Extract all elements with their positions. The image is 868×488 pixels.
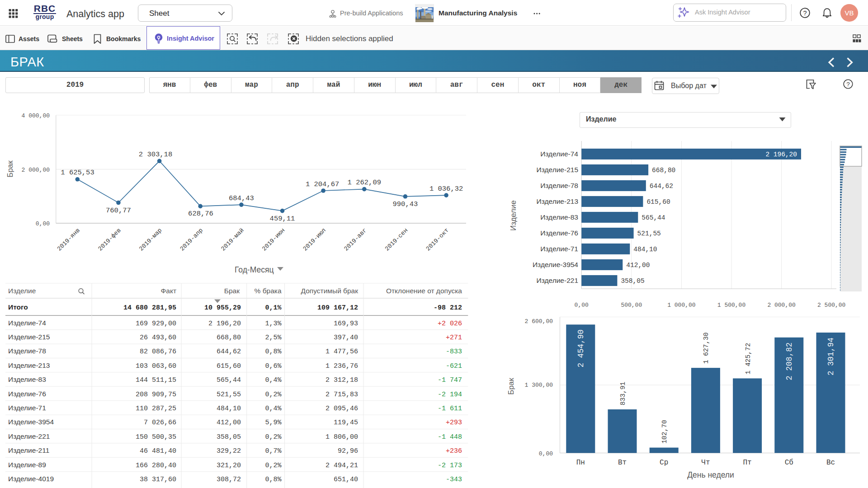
svg-text:0,8%: 0,8%: [265, 348, 282, 356]
svg-text:628,76: 628,76: [188, 210, 213, 218]
svg-text:459,11: 459,11: [270, 215, 295, 223]
svg-text:651,40: 651,40: [334, 476, 358, 483]
svg-text:0,00: 0,00: [36, 221, 50, 227]
svg-text:397,40: 397,40: [334, 334, 358, 342]
svg-text:0,2%: 0,2%: [265, 462, 282, 469]
svg-text:1 806,00: 1 806,00: [326, 433, 358, 441]
svg-text:Изделие-83: Изделие-83: [8, 375, 46, 383]
svg-text:169,93: 169,93: [334, 320, 358, 328]
svg-text:Изделие-3954: Изделие-3954: [533, 261, 578, 268]
svg-text:144 511,15: 144 511,15: [136, 376, 176, 384]
svg-text:-1 448: -1 448: [438, 433, 462, 441]
svg-text:2 454,90: 2 454,90: [576, 329, 585, 367]
svg-text:150 500,35: 150 500,35: [136, 433, 176, 441]
svg-text:169 929,00: 169 929,00: [136, 320, 176, 328]
svg-text:Брак: Брак: [6, 160, 14, 178]
svg-text:321,20: 321,20: [217, 462, 241, 469]
svg-text:-2 194: -2 194: [438, 391, 462, 399]
svg-text:Изделие-78: Изделие-78: [540, 182, 578, 189]
svg-text:Изделие-78: Изделие-78: [8, 347, 46, 355]
svg-text:2 600,00: 2 600,00: [525, 318, 553, 325]
svg-text:644,62: 644,62: [217, 348, 241, 356]
svg-text:82 086,76: 82 086,76: [140, 348, 176, 356]
svg-text:565,44: 565,44: [217, 376, 241, 384]
svg-text:1 036,32: 1 036,32: [429, 185, 463, 193]
svg-text:2 000,00: 2 000,00: [22, 167, 50, 174]
svg-text:+293: +293: [446, 419, 462, 427]
svg-text:Сб: Сб: [785, 459, 793, 467]
svg-text:2 303,18: 2 303,18: [139, 150, 172, 159]
svg-text:2019-апр: 2019-апр: [179, 227, 204, 252]
svg-text:0,2%: 0,2%: [265, 433, 282, 441]
svg-text:2 208,82: 2 208,82: [785, 343, 794, 380]
svg-text:0,2%: 0,2%: [265, 391, 282, 399]
svg-text:412,00: 412,00: [626, 262, 650, 269]
svg-text:Вт: Вт: [618, 459, 627, 467]
svg-text:2019-окт: 2019-окт: [425, 227, 450, 252]
svg-text:484,10: 484,10: [633, 246, 657, 253]
svg-text:Итого: Итого: [8, 303, 28, 311]
svg-text:208 909,75: 208 909,75: [136, 391, 176, 399]
svg-text:521,55: 521,55: [217, 391, 241, 399]
svg-text:308,72: 308,72: [217, 476, 241, 483]
svg-text:2 196,20: 2 196,20: [765, 151, 797, 158]
svg-text:?: ?: [846, 81, 850, 88]
svg-text:14 680 281,95: 14 680 281,95: [123, 304, 176, 312]
svg-text:Изделие-221: Изделие-221: [8, 432, 50, 440]
svg-text:166 280,40: 166 280,40: [136, 462, 176, 469]
svg-text:1 236,76: 1 236,76: [326, 362, 358, 370]
svg-text:358,05: 358,05: [621, 277, 644, 285]
svg-text:Пн: Пн: [576, 459, 585, 467]
svg-text:Факт: Факт: [161, 287, 176, 295]
svg-text:Изделие-4019: Изделие-4019: [8, 475, 54, 483]
svg-text:109 167,12: 109 167,12: [317, 304, 358, 312]
svg-text:10 955,29: 10 955,29: [204, 304, 241, 312]
svg-text:521,55: 521,55: [637, 230, 661, 237]
svg-text:Отклонение от допуска: Отклонение от допуска: [386, 287, 462, 295]
svg-text:0,8%: 0,8%: [265, 476, 282, 483]
svg-text:День недели: День недели: [687, 470, 734, 479]
svg-text:329,22: 329,22: [217, 447, 241, 455]
svg-text:2019-авг: 2019-авг: [343, 227, 368, 252]
svg-text:565,44: 565,44: [642, 214, 665, 221]
svg-text:668,80: 668,80: [217, 334, 241, 342]
svg-text:1 625,53: 1 625,53: [61, 169, 94, 177]
svg-text:+236: +236: [446, 447, 462, 455]
svg-text:2 494,21: 2 494,21: [326, 462, 358, 469]
svg-text:1 300,00: 1 300,00: [525, 382, 553, 389]
svg-text:2 196,20: 2 196,20: [208, 320, 241, 328]
svg-text:2 095,46: 2 095,46: [326, 405, 358, 413]
svg-text:1 627,30: 1 627,30: [703, 332, 710, 364]
svg-text:0,1%: 0,1%: [265, 304, 282, 312]
svg-text:Изделие-76: Изделие-76: [8, 390, 46, 398]
svg-text:Изделие: Изделие: [8, 287, 36, 295]
svg-text:2 000,00: 2 000,00: [767, 302, 795, 309]
svg-text:Изделие: Изделие: [509, 200, 518, 230]
svg-text:?: ?: [803, 9, 807, 17]
svg-text:0,6%: 0,6%: [265, 362, 282, 370]
svg-text:4 000,00: 4 000,00: [22, 113, 50, 119]
svg-text:110 287,25: 110 287,25: [136, 405, 176, 413]
svg-text:2019-фев: 2019-фев: [97, 227, 122, 252]
svg-text:684,43: 684,43: [229, 194, 254, 202]
svg-text:92,96: 92,96: [338, 447, 358, 455]
svg-text:1 000,00: 1 000,00: [667, 302, 695, 309]
svg-text:-1 747: -1 747: [438, 376, 462, 384]
svg-text:Изделие-213: Изделие-213: [8, 361, 50, 369]
svg-text:1,3%: 1,3%: [265, 320, 282, 328]
svg-text:1 425,72: 1 425,72: [745, 343, 752, 375]
svg-text:-833: -833: [446, 348, 462, 356]
svg-text:615,60: 615,60: [646, 198, 670, 206]
svg-text:Ср: Ср: [660, 459, 668, 467]
svg-text:668,80: 668,80: [652, 167, 675, 174]
svg-text:Изделие-74: Изделие-74: [8, 319, 46, 327]
svg-text:2019-мар: 2019-мар: [138, 227, 163, 252]
svg-text:-1 611: -1 611: [438, 405, 462, 413]
svg-text:38 317,60: 38 317,60: [140, 476, 176, 483]
svg-text:103 063,60: 103 063,60: [136, 362, 176, 370]
svg-text:2019-июн: 2019-июн: [261, 227, 286, 252]
svg-text:Брак: Брак: [507, 378, 515, 395]
svg-text:+271: +271: [446, 334, 462, 342]
svg-text:-621: -621: [446, 362, 462, 370]
svg-text:-98 212: -98 212: [434, 304, 462, 312]
